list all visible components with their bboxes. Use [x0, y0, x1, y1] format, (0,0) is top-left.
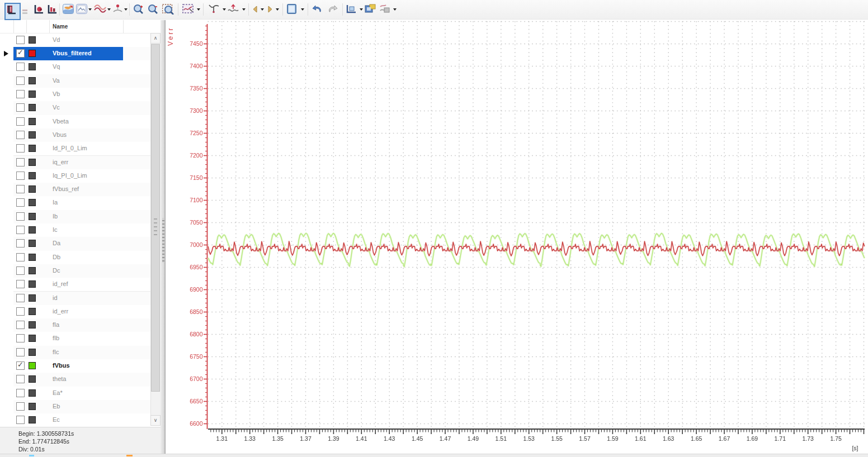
- svg-text:1.59: 1.59: [607, 435, 619, 442]
- svg-text:1.75: 1.75: [830, 435, 842, 442]
- svg-text:6700: 6700: [190, 375, 203, 382]
- svg-text:1.49: 1.49: [468, 435, 479, 442]
- svg-text:7300: 7300: [190, 107, 203, 114]
- svg-text:6800: 6800: [190, 331, 203, 337]
- svg-text:[s]: [s]: [852, 445, 858, 451]
- svg-text:1.65: 1.65: [691, 435, 702, 442]
- svg-text:7150: 7150: [190, 174, 203, 181]
- svg-text:1.33: 1.33: [244, 435, 256, 442]
- svg-text:1.61: 1.61: [635, 435, 647, 442]
- svg-text:1.45: 1.45: [412, 435, 423, 442]
- svg-text:1.47: 1.47: [440, 435, 451, 442]
- svg-text:6650: 6650: [190, 398, 203, 404]
- svg-text:6900: 6900: [190, 286, 203, 293]
- svg-text:1.69: 1.69: [747, 435, 758, 442]
- svg-text:6950: 6950: [190, 264, 203, 270]
- svg-text:7200: 7200: [190, 152, 203, 159]
- svg-text:1.55: 1.55: [551, 435, 563, 442]
- svg-text:1.67: 1.67: [719, 435, 730, 442]
- svg-text:6750: 6750: [190, 353, 203, 360]
- svg-text:1.51: 1.51: [496, 435, 507, 442]
- svg-text:1.71: 1.71: [775, 435, 786, 442]
- svg-text:1.37: 1.37: [300, 435, 312, 442]
- svg-text:1.41: 1.41: [356, 435, 367, 442]
- svg-text:1.73: 1.73: [802, 435, 814, 442]
- svg-text:7400: 7400: [190, 63, 203, 69]
- svg-text:1.43: 1.43: [384, 435, 395, 442]
- svg-text:7450: 7450: [190, 40, 203, 47]
- svg-text:1.39: 1.39: [328, 435, 339, 442]
- svg-text:1.63: 1.63: [663, 435, 674, 442]
- svg-text:7050: 7050: [190, 219, 203, 226]
- svg-text:7250: 7250: [190, 130, 203, 136]
- svg-text:7350: 7350: [190, 85, 203, 92]
- svg-text:1.31: 1.31: [216, 435, 228, 442]
- svg-text:7000: 7000: [190, 241, 203, 248]
- svg-text:1.57: 1.57: [579, 435, 591, 442]
- svg-text:1.35: 1.35: [272, 435, 284, 442]
- svg-text:6850: 6850: [190, 308, 203, 315]
- svg-text:6600: 6600: [190, 420, 203, 427]
- svg-text:7100: 7100: [190, 197, 203, 203]
- svg-text:1.53: 1.53: [523, 435, 535, 442]
